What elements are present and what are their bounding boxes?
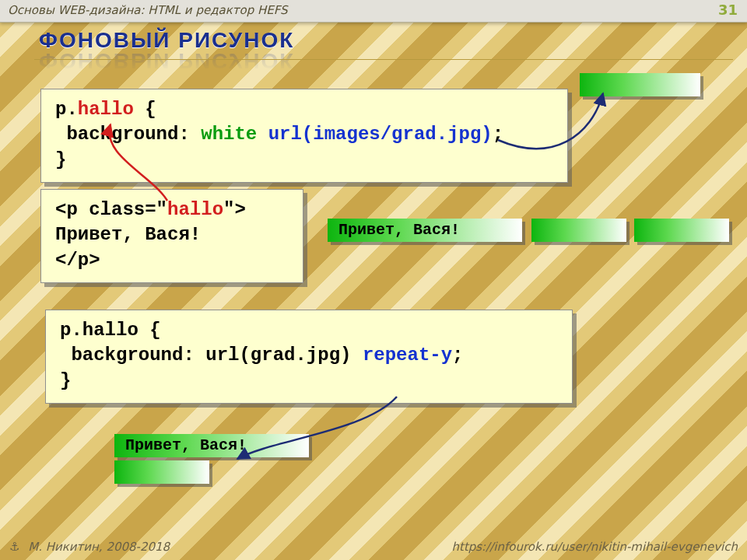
code2-l1c: ">: [223, 199, 246, 220]
code1-l2e: ;: [493, 124, 503, 145]
sample-repeatx-2: [531, 219, 626, 242]
code1-l3: }: [55, 149, 66, 170]
course-title: Основы WEB-дизайна: HTML и редактор HEFS: [8, 3, 288, 17]
footer-author: ⚓ М. Никитин, 2008-2018: [9, 540, 170, 554]
code2-l1a: <p class=": [55, 199, 167, 220]
code-box-repeat-y: p.hallo { background: url(grad.jpg) repe…: [45, 310, 573, 404]
code3-l1: p.hallo {: [60, 320, 161, 341]
code1-l1c: {: [134, 99, 156, 120]
code-box-html-usage: <p class="hallo"> Привет, Вася! </p>: [40, 189, 303, 283]
code1-hallo: hallo: [78, 99, 134, 120]
sample-gradient-top: [580, 73, 700, 96]
top-bar: Основы WEB-дизайна: HTML и редактор HEFS…: [0, 0, 747, 23]
code2-text: Привет, Вася!: [55, 224, 201, 245]
footer-url: https://infourok.ru/user/nikitin-mihail-…: [452, 540, 738, 554]
sample-repeaty-1: Привет, Вася!: [114, 434, 309, 457]
code1-l1a: p.: [55, 99, 78, 120]
sample-repeatx-3: [634, 219, 729, 242]
anchor-icon: ⚓: [9, 540, 19, 554]
sample-greeting-1: Привет, Вася!: [328, 221, 460, 239]
heading-underline: [34, 59, 733, 60]
code3-repeaty: repeat-y: [363, 345, 452, 366]
page-number: 31: [718, 2, 738, 18]
code1-white: white: [201, 124, 257, 145]
code2-hallo: hallo: [167, 199, 223, 220]
code3-l2c: ;: [452, 345, 463, 366]
code-box-css-background: p.hallo { background: white url(images/g…: [40, 89, 568, 183]
code2-close: </p>: [55, 250, 100, 271]
code1-l2c: [257, 124, 268, 145]
sample-greeting-2: Привет, Вася!: [114, 436, 247, 454]
slide-heading-reflection: ФОНОВЫЙ РИСУНОК: [39, 48, 294, 73]
footer-author-text: М. Никитин, 2008-2018: [28, 540, 170, 554]
code1-url: url(images/grad.jpg): [268, 124, 493, 145]
code3-l2a: background: url(grad.jpg): [60, 345, 363, 366]
code1-l2a: background:: [55, 124, 201, 145]
slide-heading: ФОНОВЫЙ РИСУНОК ФОНОВЫЙ РИСУНОК: [39, 28, 294, 73]
sample-repeatx-1: Привет, Вася!: [328, 219, 522, 242]
sample-repeaty-2: [114, 460, 209, 484]
code3-l3: }: [60, 370, 71, 391]
